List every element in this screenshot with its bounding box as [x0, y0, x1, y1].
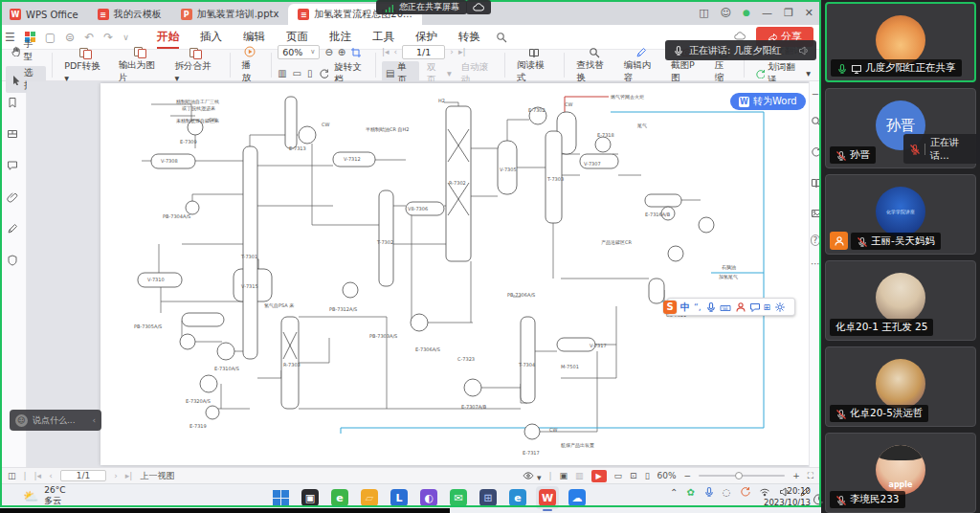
start-button[interactable]: [269, 486, 292, 509]
view-layout-icon[interactable]: ◫: [8, 471, 16, 480]
prev-view-button[interactable]: 上一视图: [140, 470, 174, 482]
present-play-button[interactable]: ▶: [591, 470, 607, 482]
fit-page-sb-icon[interactable]: ▭: [614, 471, 623, 480]
participant-tile-4[interactable]: 化卓20-5洪远哲: [825, 346, 976, 427]
keyboard-icon[interactable]: [720, 302, 731, 312]
zoom-out-icon[interactable]: ⊖: [324, 47, 332, 57]
fit-page-icon[interactable]: ▭: [293, 68, 301, 78]
sync-icon[interactable]: [811, 143, 821, 161]
sb-prev-page-icon[interactable]: ‹: [49, 471, 53, 480]
menu-item-1[interactable]: 插入: [190, 27, 232, 47]
task-view-icon[interactable]: ▣: [299, 486, 322, 509]
bookmark-icon[interactable]: [7, 95, 19, 113]
read-eye-icon[interactable]: ▾: [523, 470, 541, 482]
zoom-in-icon[interactable]: ⊕: [338, 47, 345, 57]
participant-tile-2[interactable]: 化学学院讲座王丽-吴天妈妈: [825, 174, 976, 255]
document-canvas[interactable]: 精制蜡油自工厂三线或丁脱线混进来未精制航煤自罐区来CWE-7309V-7308T…: [27, 81, 809, 467]
page-nav-box[interactable]: 1/1: [402, 45, 445, 59]
meeting-cloud-button[interactable]: [466, 0, 491, 14]
last-page-icon[interactable]: ▸|: [458, 47, 466, 56]
participant-tile-5[interactable]: apple李境民233: [825, 433, 976, 513]
toolbox-icon[interactable]: ⊞: [764, 302, 771, 312]
sb-first-page-icon[interactable]: |◂: [34, 471, 42, 480]
next-page-icon[interactable]: ›: [450, 47, 454, 56]
mood-icon[interactable]: ☺: [721, 7, 731, 19]
menu-item-0[interactable]: 开始: [147, 27, 189, 47]
thumbnail-icon[interactable]: [7, 126, 19, 145]
taskbar-weather-widget[interactable]: ⛅ 26°C多云: [23, 485, 65, 507]
save-icon[interactable]: ▢: [45, 31, 56, 44]
participant-tile-0[interactable]: 几度夕阳红正在共享: [825, 2, 976, 82]
split-view-icon[interactable]: ◫: [699, 7, 708, 19]
menu-search-icon[interactable]: [496, 32, 507, 43]
remote-app-icon[interactable]: ⊞: [477, 486, 500, 509]
stamp-icon[interactable]: [7, 253, 19, 271]
search-icon[interactable]: [811, 112, 821, 130]
participant-tile-3[interactable]: 化卓20-1 王孔发 25: [825, 260, 976, 341]
sb-zoom-minus[interactable]: −: [684, 471, 692, 480]
help-icon[interactable]: ?: [811, 234, 821, 246]
taskbar-clock[interactable]: 20:102023/10/13: [759, 485, 811, 509]
close-button[interactable]: ✕: [805, 7, 813, 19]
wps-office-icon[interactable]: W: [536, 486, 559, 509]
fit-height-icon[interactable]: ▯: [307, 68, 313, 78]
fullscreen-icon[interactable]: ⛶: [808, 471, 813, 481]
sb-zoom-plus[interactable]: +: [792, 471, 800, 480]
read-mode-button[interactable]: 阅读模式: [511, 47, 558, 84]
export-image-button[interactable]: 输出为图片: [113, 47, 169, 84]
minimize-button[interactable]: —: [762, 7, 772, 19]
edge-browser-icon[interactable]: e: [506, 486, 529, 509]
collapse-minus-icon[interactable]: −: [812, 89, 819, 100]
emoji-icon[interactable]: [735, 301, 746, 312]
attachment-icon[interactable]: [7, 190, 19, 208]
window-tab-2[interactable]: P加氢装置培训.pptx: [171, 4, 289, 25]
file-explorer-icon[interactable]: ▱: [358, 486, 381, 509]
page-layout-1-icon[interactable]: ▣: [560, 471, 568, 480]
voice-mic-icon[interactable]: [705, 301, 716, 312]
zoom-slider-handle[interactable]: [735, 472, 743, 480]
convert-to-word-button[interactable]: W 转为Word: [730, 93, 806, 110]
meeting-app-icon[interactable]: ☁: [566, 486, 589, 509]
sb-next-page-icon[interactable]: ›: [114, 471, 118, 480]
undo-icon[interactable]: ↶: [84, 31, 94, 44]
comment-icon[interactable]: [7, 158, 19, 176]
restore-button[interactable]: ❐: [784, 7, 793, 19]
update-icon[interactable]: ◌: [723, 487, 731, 498]
page-layout-2-icon[interactable]: ▥: [575, 471, 584, 480]
mail-app-icon[interactable]: ✉: [447, 486, 470, 509]
find-replace-button[interactable]: 查找替换: [570, 47, 617, 84]
zoom-slider[interactable]: [699, 475, 785, 477]
antivirus-icon[interactable]: ✿: [686, 487, 694, 498]
print-icon[interactable]: ⊜: [65, 31, 75, 44]
prev-page-icon[interactable]: ‹: [393, 47, 397, 56]
focus-moon-icon[interactable]: [813, 491, 824, 509]
collapse-chevron-icon[interactable]: ‹: [92, 415, 96, 425]
fit-screen-sb-icon[interactable]: ⊡: [630, 471, 637, 480]
ocr-image-icon[interactable]: [811, 204, 821, 222]
hand-tool-button[interactable]: 手型: [6, 37, 46, 64]
chevron-up-icon[interactable]: ⌃: [670, 487, 678, 498]
ink-icon[interactable]: “,: [694, 302, 702, 312]
signature-icon[interactable]: [7, 221, 19, 239]
quickbar-dropdown-icon[interactable]: ∨: [122, 33, 129, 42]
voice-icon[interactable]: [703, 486, 714, 499]
rotate-left-icon[interactable]: [319, 68, 329, 78]
browser-e-icon[interactable]: e: [328, 486, 351, 509]
pdf-convert-button[interactable]: PDF转换 ▾: [58, 48, 113, 83]
chat-quick-input[interactable]: ☺ 说点什么... ‹: [10, 410, 101, 431]
sb-last-page-icon[interactable]: ▸|: [125, 471, 133, 480]
fit-width-sb-icon[interactable]: ▯: [645, 471, 650, 480]
first-page-icon[interactable]: |◂: [382, 47, 390, 56]
snapshot-region-icon[interactable]: [350, 47, 361, 57]
window-tab-0[interactable]: WWPS Office: [0, 4, 88, 25]
sogou-logo-icon[interactable]: S: [663, 301, 677, 314]
translate-icon[interactable]: [811, 173, 821, 191]
zoom-combo[interactable]: 60%∨: [278, 45, 320, 59]
lenovo-manager-icon[interactable]: L: [388, 486, 411, 509]
settings-gear-icon[interactable]: [774, 301, 785, 312]
play-button[interactable]: 播放: [235, 46, 265, 84]
edit-content-button[interactable]: 编辑内容: [618, 47, 665, 84]
purple-app-icon[interactable]: ◐: [417, 486, 440, 509]
window-tab-1[interactable]: ≡我的云模板: [88, 4, 171, 25]
menu-item-2[interactable]: 编辑: [234, 27, 275, 47]
